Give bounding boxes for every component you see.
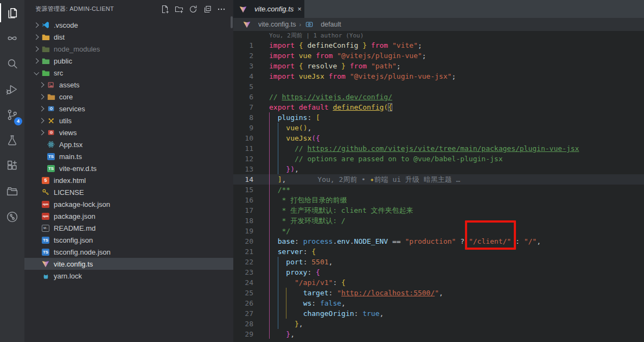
chevron-right-icon[interactable]: [32, 33, 41, 41]
chevron-right-icon[interactable]: [37, 128, 46, 137]
activity-project-folders-icon[interactable]: [0, 179, 24, 204]
code-line-13[interactable]: 13 }),: [233, 164, 644, 174]
tree-item-App.tsx[interactable]: App.tsx: [24, 138, 233, 150]
code-text[interactable]: port: 5501,: [269, 257, 333, 267]
refresh-icon[interactable]: [188, 4, 197, 14]
breadcrumb-symbol[interactable]: default: [321, 21, 341, 28]
code-line-4[interactable]: 4import vueJsx from "@vitejs/plugin-vue-…: [233, 71, 644, 81]
chevron-right-icon[interactable]: [37, 104, 46, 113]
code-line-7[interactable]: 7export default defineConfig({: [233, 102, 644, 112]
code-text[interactable]: server: {: [269, 246, 316, 257]
code-text[interactable]: import { defineConfig } from "vite";: [269, 40, 422, 50]
activity-search-icon[interactable]: [0, 51, 24, 77]
code-line-30[interactable]: 30: [233, 339, 644, 342]
code-text[interactable]: * 打包给目录的前缀: [269, 195, 347, 205]
tree-item-package.json[interactable]: npmpackage.json: [24, 210, 233, 222]
tree-item-LICENSE[interactable]: LICENSE: [24, 186, 233, 198]
new-file-icon[interactable]: [160, 4, 169, 14]
tree-item-core[interactable]: core: [24, 91, 233, 103]
code-text[interactable]: import { resolve } from "path";: [269, 61, 401, 71]
code-text[interactable]: import vueJsx from "@vitejs/plugin-vue-j…: [269, 71, 456, 81]
tree-item-public[interactable]: public: [24, 55, 233, 67]
more-icon[interactable]: [216, 4, 226, 14]
close-tab-icon[interactable]: ×: [297, 5, 302, 13]
tree-item-tsconfig.node.json[interactable]: TStsconfig.node.json: [24, 246, 233, 258]
code-line-24[interactable]: 24 "/api/v1": {: [233, 277, 644, 288]
code-line-26[interactable]: 26 ws: false,: [233, 298, 644, 308]
code-line-3[interactable]: 3import { resolve } from "path";: [233, 61, 644, 71]
chevron-right-icon[interactable]: [37, 80, 46, 89]
code-line-18[interactable]: 18 * 开发环境默认: /: [233, 216, 644, 226]
code-line-6[interactable]: 6// https://vitejs.dev/config/: [233, 92, 644, 102]
code-text[interactable]: // https://vitejs.dev/config/: [269, 92, 392, 102]
code-text[interactable]: base: process.env.NODE_ENV == "productio…: [269, 236, 541, 246]
code-text[interactable]: },: [269, 329, 295, 339]
code-line-14[interactable]: 14 ],You, 2周前 • ✦前端 ui 升级 暗黑主题 …: [233, 174, 644, 185]
code-text[interactable]: vueJsx({: [269, 133, 320, 143]
activity-testing-icon[interactable]: [0, 128, 24, 153]
code-text[interactable]: },: [269, 319, 303, 329]
code-text[interactable]: target: "http://localhost:5500/",: [269, 288, 443, 298]
tree-item-services[interactable]: services: [24, 103, 233, 115]
tree-item-vite-env.d.ts[interactable]: TSvite-env.d.ts: [24, 162, 233, 174]
activity-extensions-icon[interactable]: [0, 153, 24, 179]
tree-item-yarn.lock[interactable]: yarn.lock: [24, 270, 233, 282]
code-line-22[interactable]: 22 port: 5501,: [233, 257, 644, 267]
activity-git-history-icon[interactable]: [0, 204, 24, 230]
code-text[interactable]: */: [269, 226, 290, 236]
tree-item-node_modules[interactable]: node_modules: [24, 43, 233, 55]
code-line-15[interactable]: 15 /**: [233, 185, 644, 195]
activity-source-control-icon[interactable]: 4: [0, 102, 24, 128]
code-line-25[interactable]: 25 target: "http://localhost:5500/",: [233, 288, 644, 298]
code-line-19[interactable]: 19 */: [233, 226, 644, 236]
code-text[interactable]: * 开发环境默认: /: [269, 216, 346, 226]
tree-item-README.md[interactable]: M↓README.md: [24, 222, 233, 234]
tree-item-.vscode[interactable]: .vscode: [24, 19, 233, 31]
code-text[interactable]: // options are passed on to @vue/babel-p…: [269, 154, 502, 164]
tree-item-dist[interactable]: dist: [24, 31, 233, 43]
code-text[interactable]: vue(),: [269, 123, 311, 133]
code-line-11[interactable]: 11 // https://github.com/vitejs/vite/tre…: [233, 143, 644, 154]
tree-item-index.html[interactable]: 5index.html: [24, 174, 233, 186]
chevron-right-icon[interactable]: [32, 21, 41, 29]
chevron-right-icon[interactable]: [37, 116, 46, 125]
code-text[interactable]: plugins: [: [269, 112, 320, 123]
code-text[interactable]: }),: [269, 164, 299, 174]
chevron-right-icon[interactable]: [37, 92, 46, 101]
tree-item-src[interactable]: src: [24, 67, 233, 79]
chevron-right-icon[interactable]: [32, 45, 41, 53]
code-line-27[interactable]: 27 changeOrigin: true,: [233, 308, 644, 319]
tree-item-package-lock.json[interactable]: npmpackage-lock.json: [24, 198, 233, 210]
code-text[interactable]: import vue from "@vitejs/plugin-vue";: [269, 50, 426, 61]
code-line-20[interactable]: 20 base: process.env.NODE_ENV == "produc…: [233, 236, 644, 246]
code-text[interactable]: /**: [269, 185, 290, 195]
collapse-all-icon[interactable]: [202, 4, 212, 14]
tree-item-views[interactable]: views: [24, 126, 233, 138]
code-text[interactable]: "/api/v1": {: [269, 277, 346, 288]
breadcrumb-file[interactable]: vite.config.ts: [258, 21, 296, 28]
tree-item-utils[interactable]: utils: [24, 115, 233, 126]
code-text[interactable]: ws: false,: [269, 298, 346, 308]
code-line-10[interactable]: 10 vueJsx({: [233, 133, 644, 143]
code-text[interactable]: * 生产环境默认: client 文件夹包起来: [269, 205, 413, 216]
code-line-8[interactable]: 8 plugins: [: [233, 112, 644, 123]
code-text[interactable]: proxy: {: [269, 267, 320, 277]
chevron-down-icon[interactable]: [32, 68, 41, 77]
code-line-12[interactable]: 12 // options are passed on to @vue/babe…: [233, 154, 644, 164]
code-line-28[interactable]: 28 },: [233, 319, 644, 329]
code-line-23[interactable]: 23 proxy: {: [233, 267, 644, 277]
code-text[interactable]: export default defineConfig({: [269, 102, 392, 112]
code-text[interactable]: // https://github.com/vitejs/vite/tree/m…: [269, 143, 579, 154]
code-line-16[interactable]: 16 * 打包给目录的前缀: [233, 195, 644, 205]
code-line-9[interactable]: 9 vue(),: [233, 123, 644, 133]
code-text[interactable]: ],You, 2周前 • ✦前端 ui 升级 暗黑主题 …: [269, 174, 460, 185]
code-line-17[interactable]: 17 * 生产环境默认: client 文件夹包起来: [233, 205, 644, 216]
tree-item-main.ts[interactable]: TSmain.ts: [24, 150, 233, 162]
activity-explorer-icon[interactable]: [0, 0, 24, 26]
chevron-right-icon[interactable]: [32, 56, 41, 65]
code-line-29[interactable]: 29 },: [233, 329, 644, 339]
sidebar-scrollbar[interactable]: [231, 16, 233, 28]
new-folder-icon[interactable]: [174, 4, 183, 14]
code-line-21[interactable]: 21 server: {: [233, 246, 644, 257]
tree-item-assets[interactable]: assets: [24, 79, 233, 91]
